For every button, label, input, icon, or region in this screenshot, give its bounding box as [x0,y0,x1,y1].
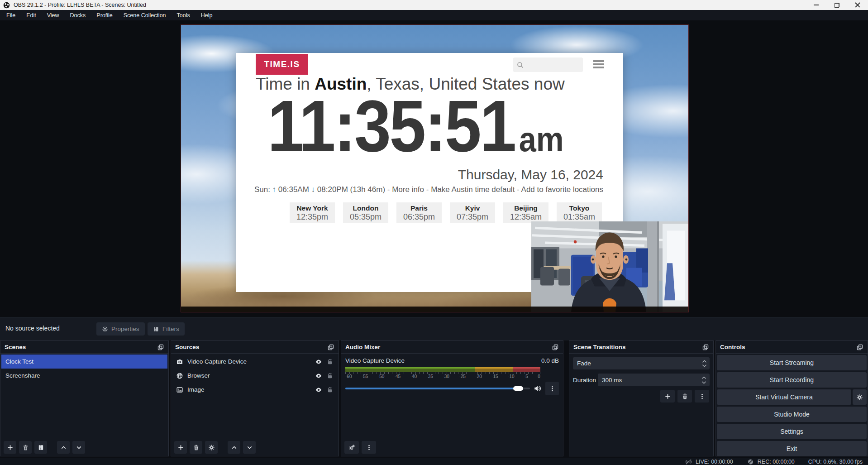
status-bar: LIVE: 00:00:00 REC: 00:00:00 CPU: 0.6%, … [0,458,868,465]
more-info-link: More info [392,185,424,194]
menu-profile[interactable]: Profile [91,10,118,20]
advanced-audio-button[interactable] [344,441,359,454]
eye-icon[interactable] [315,372,322,379]
start-streaming-button[interactable]: Start Streaming [717,355,867,370]
menu-docks[interactable]: Docks [65,10,91,20]
scene-filters-button[interactable] [34,441,47,454]
eye-icon[interactable] [315,386,322,393]
menu-edit[interactable]: Edit [21,10,42,20]
audio-mixer-title: Audio Mixer [345,344,380,350]
sources-dock: Sources Video Capture Device Browser Ima… [171,340,339,456]
transition-select[interactable]: Fade [573,357,710,369]
start-recording-button[interactable]: Start Recording [717,372,867,388]
start-virtual-camera-button[interactable]: Start Virtual Camera [717,389,851,405]
transition-value: Fade [573,360,591,367]
make-default-link: Make Austin time default [431,185,515,194]
source-item-image[interactable]: Image [172,383,338,397]
menu-file[interactable]: File [1,10,21,20]
rec-status: REC: 00:00:00 [747,459,795,465]
timeis-date: Thursday, May 16, 2024 [458,167,603,182]
kebab-icon [699,393,706,400]
mixer-menu-button[interactable] [362,441,376,454]
volume-slider[interactable] [345,385,530,392]
add-source-button[interactable] [174,441,187,454]
source-up-button[interactable] [228,441,240,454]
audio-mixer-dock: Audio Mixer Video Capture Device 0.0 dB … [341,340,563,456]
eye-icon[interactable] [315,358,322,365]
studio-mode-button[interactable]: Studio Mode [717,407,867,422]
image-icon [176,386,183,393]
transition-menu-button[interactable] [695,390,709,403]
popout-icon[interactable] [552,344,559,351]
duration-spinbox[interactable]: 300 ms [598,374,710,386]
search-input [524,62,576,68]
add-scene-button[interactable] [4,441,16,454]
menu-view[interactable]: View [42,10,65,20]
sun-info-line: Sun: ↑ 06:35AM ↓ 08:20PM (13h 46m) - Mor… [254,185,603,194]
scene-item-clock-test[interactable]: Clock Test [1,355,167,369]
popout-icon[interactable] [157,344,164,351]
no-source-selected-label: No source selected [5,325,60,332]
mixer-channel-name: Video Capture Device [345,357,405,364]
remove-transition-button[interactable] [677,390,692,403]
speaker-icon[interactable] [534,384,542,393]
plus-icon [7,444,14,451]
trash-icon [22,444,29,451]
gear-icon [856,394,863,401]
trash-icon [193,444,200,451]
obs-logo-icon [3,2,10,9]
virtual-camera-settings-button[interactable] [853,389,867,405]
settings-button[interactable]: Settings [717,424,867,439]
source-item-video-capture[interactable]: Video Capture Device [172,355,338,369]
hamburger-menu-icon [593,60,604,68]
timeis-logo: TIME.IS [256,54,308,75]
minimize-icon [814,5,819,5]
city-new-york: New York12:35pm [290,202,335,223]
remove-scene-button[interactable] [19,441,32,454]
minimize-button[interactable] [806,0,826,10]
meter-scale: -60-55-50-45-40-35-30-25-20-15-10-50 [345,372,540,379]
properties-button[interactable]: Properties [96,322,145,336]
chevron-up-icon [231,444,238,451]
scene-up-button[interactable] [57,441,70,454]
menu-tools[interactable]: Tools [172,10,196,20]
scene-item-screenshare[interactable]: Screenshare [1,369,167,383]
gear-icon [102,326,108,332]
source-properties-button[interactable] [205,441,218,454]
restore-icon [835,3,839,8]
popout-icon[interactable] [327,344,334,351]
webcam-preview [531,221,688,312]
spin-up-icon[interactable] [701,376,706,379]
source-down-button[interactable] [243,441,256,454]
camera-icon [176,358,183,365]
lock-icon[interactable] [326,372,334,379]
advanced-audio-gear-icon [348,444,355,451]
mixer-channel-menu-button[interactable] [545,382,559,395]
filter-icon [153,326,159,332]
duration-value: 300 ms [598,377,622,384]
preview-canvas[interactable]: TIME.IS Time in Austin, Texas, United St… [181,25,688,312]
restore-button[interactable] [826,0,847,10]
menu-scene-collection[interactable]: Scene Collection [118,10,172,20]
mixer-db-value: 0.0 dB [541,357,559,364]
close-button[interactable] [847,0,868,10]
popout-icon[interactable] [856,344,863,351]
source-item-browser[interactable]: Browser [172,369,338,383]
volume-slider-handle[interactable] [513,386,523,391]
lock-icon[interactable] [326,386,334,393]
city-tokyo: Tokyo01:35am [557,202,602,223]
remove-source-button[interactable] [190,441,202,454]
source-toolbar: No source selected Properties Filters [0,317,868,340]
live-status: LIVE: 00:00:00 [685,459,733,465]
menu-help[interactable]: Help [196,10,218,20]
filter-icon [38,444,44,451]
scene-down-button[interactable] [72,441,85,454]
controls-title: Controls [720,344,745,350]
filters-button[interactable]: Filters [148,322,185,336]
add-transition-button[interactable] [660,390,675,403]
exit-button[interactable]: Exit [717,441,867,456]
spin-down-icon[interactable] [701,381,706,384]
popout-icon[interactable] [702,344,709,351]
volume-meter [345,367,540,372]
lock-icon[interactable] [326,358,334,365]
